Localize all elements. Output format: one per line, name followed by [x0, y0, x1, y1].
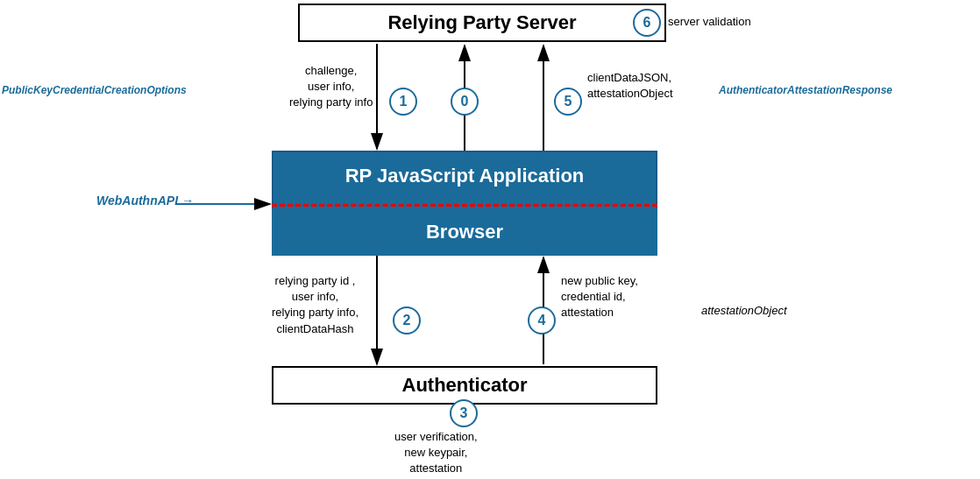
- rp-server-box: Relying Party Server: [298, 4, 666, 42]
- authenticator-attestation-label: AuthenticatorAttestationResponse: [719, 83, 892, 98]
- step5-label: clientDataJSON,attestationObject: [587, 70, 673, 102]
- rp-js-title: RP JavaScript Application: [345, 165, 585, 187]
- attestation-object-label: attestationObject: [701, 303, 787, 319]
- circle-1: 1: [389, 88, 417, 116]
- circle-6: 6: [633, 9, 661, 37]
- browser-label: Browser: [272, 208, 657, 256]
- webauthn-api-label: WebAuthnAPI →: [96, 193, 194, 210]
- authenticator-title: Authenticator: [402, 374, 528, 397]
- webauthn-api-divider: [272, 204, 657, 207]
- rp-js-label: RP JavaScript Application: [272, 151, 657, 201]
- step3-label: user verification,new keypair,attestatio…: [394, 429, 478, 477]
- circle-5: 5: [554, 88, 582, 116]
- step1-label: challenge,user info,relying party info: [289, 63, 373, 111]
- public-key-credential-label: PublicKeyCredentialCreationOptions: [2, 83, 187, 98]
- circle-4: 4: [528, 306, 556, 335]
- diagram: Relying Party Server 6 server validation…: [0, 0, 980, 479]
- server-validation-label: server validation: [668, 14, 751, 30]
- browser-title: Browser: [426, 221, 503, 243]
- rp-server-title: Relying Party Server: [387, 11, 576, 34]
- circle-0: 0: [451, 88, 479, 116]
- circle-2: 2: [393, 306, 421, 335]
- step2-label: relying party id ,user info,relying part…: [272, 273, 359, 337]
- circle-3: 3: [450, 399, 478, 427]
- step4-label: new public key,credential id,attestation: [561, 273, 638, 321]
